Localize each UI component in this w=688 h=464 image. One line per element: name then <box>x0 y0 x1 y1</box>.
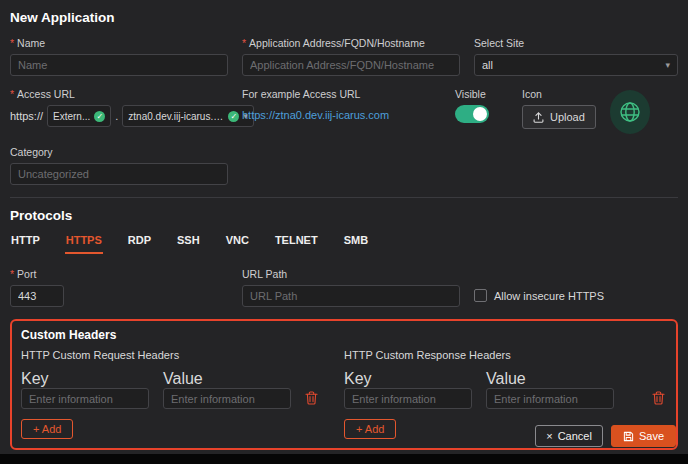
trash-icon <box>305 391 318 405</box>
tab-smb[interactable]: SMB <box>343 232 369 254</box>
request-key-field: Key <box>21 370 149 409</box>
visible-label-text: Visible <box>455 88 486 100</box>
close-icon: × <box>546 430 552 442</box>
access-url-domain-value: ztna0.dev.iij-icarus.com <box>128 111 224 122</box>
upload-icon <box>533 112 544 123</box>
address-label: * Application Address/FQDN/Hostname <box>242 37 460 49</box>
upload-button-label: Upload <box>550 111 585 123</box>
icon-field: Icon Upload <box>522 88 596 129</box>
address-label-text: Application Address/FQDN/Hostname <box>249 37 425 49</box>
url-path-label-text: URL Path <box>242 268 287 280</box>
url-path-label: URL Path <box>242 268 460 280</box>
trash-icon <box>652 391 665 405</box>
port-field: * Port <box>10 268 228 307</box>
access-url-external-value: Extern... <box>53 111 90 122</box>
example-access-url-label: For example Access URL <box>242 88 441 100</box>
request-header-row: Key Value <box>21 370 344 409</box>
port-row: * Port URL Path Allow insecure HTTPS <box>10 268 678 307</box>
form-row-2: * Access URL https:// Extern... ✓ . ztna… <box>10 88 678 134</box>
custom-headers-title: Custom Headers <box>21 328 667 342</box>
globe-icon <box>618 100 642 124</box>
response-key-input[interactable] <box>344 388 472 409</box>
protocols-title: Protocols <box>10 208 678 223</box>
tab-telnet[interactable]: TELNET <box>274 232 319 254</box>
icon-label-text: Icon <box>522 88 542 100</box>
request-value-input[interactable] <box>163 388 291 409</box>
required-mark: * <box>10 37 14 49</box>
delete-response-header-button[interactable] <box>652 391 665 405</box>
access-url-external-select[interactable]: Extern... ✓ <box>47 105 111 127</box>
allow-insecure-https-label: Allow insecure HTTPS <box>494 290 604 302</box>
response-key-label: Key <box>344 370 472 388</box>
visible-label: Visible <box>455 88 508 100</box>
cancel-button[interactable]: × Cancel <box>535 425 603 447</box>
category-field: Category <box>10 146 228 185</box>
access-url-composite: https:// Extern... ✓ . ztna0.dev.iij-ica… <box>10 105 228 127</box>
bottom-bar <box>0 454 688 464</box>
tab-vnc[interactable]: VNC <box>225 232 250 254</box>
response-header-row: Key Value <box>344 370 667 409</box>
allow-insecure-https-checkbox-group[interactable]: Allow insecure HTTPS <box>474 289 604 302</box>
response-value-input[interactable] <box>486 388 614 409</box>
category-label: Category <box>10 146 228 158</box>
site-label: Select Site <box>474 37 678 49</box>
response-headers-title: HTTP Custom Response Headers <box>344 349 667 361</box>
name-field: * Name <box>10 37 228 76</box>
section-divider <box>10 197 678 198</box>
site-select[interactable]: all ▾ <box>474 54 678 76</box>
name-label-text: Name <box>17 37 45 49</box>
protocol-tabs: HTTP HTTPS RDP SSH VNC TELNET SMB <box>10 232 678 254</box>
response-value-label: Value <box>486 370 614 388</box>
upload-button[interactable]: Upload <box>522 105 596 129</box>
request-key-label: Key <box>21 370 149 388</box>
category-input[interactable] <box>10 163 228 185</box>
access-url-prefix: https:// <box>10 110 43 122</box>
required-mark: * <box>10 88 14 100</box>
example-access-url-link[interactable]: https://ztna0.dev.iij-icarus.com <box>242 109 389 121</box>
port-label: * Port <box>10 268 228 280</box>
example-access-url-label-text: For example Access URL <box>242 88 360 100</box>
request-headers-title: HTTP Custom Request Headers <box>21 349 344 361</box>
required-mark: * <box>10 268 14 280</box>
check-icon: ✓ <box>228 111 239 122</box>
application-icon-preview <box>610 90 650 134</box>
tab-rdp[interactable]: RDP <box>127 232 152 254</box>
required-mark: * <box>242 37 246 49</box>
site-label-text: Select Site <box>474 37 524 49</box>
check-icon: ✓ <box>94 111 105 122</box>
add-request-header-button[interactable]: + Add <box>21 419 73 439</box>
footer-actions: × Cancel Save <box>535 425 676 447</box>
tab-ssh[interactable]: SSH <box>176 232 201 254</box>
url-path-input[interactable] <box>242 285 460 307</box>
access-url-label: * Access URL <box>10 88 228 100</box>
form-row-3: Category <box>10 146 678 185</box>
access-url-domain-select[interactable]: ztna0.dev.iij-icarus.com ✓ ▾ <box>122 105 254 127</box>
response-value-field: Value <box>486 370 614 409</box>
request-key-input[interactable] <box>21 388 149 409</box>
checkbox-icon[interactable] <box>474 289 487 302</box>
save-icon <box>623 431 634 442</box>
site-select-value: all <box>482 59 493 71</box>
port-input[interactable] <box>10 285 64 307</box>
tab-http[interactable]: HTTP <box>10 232 41 254</box>
request-value-label: Value <box>163 370 291 388</box>
url-path-field: URL Path <box>242 268 460 307</box>
request-headers-column: HTTP Custom Request Headers Key Value <box>21 349 344 439</box>
new-application-form: New Application * Name * Application Add… <box>0 0 688 464</box>
delete-request-header-button[interactable] <box>305 391 318 405</box>
access-url-dot-separator: . <box>115 110 118 122</box>
toggle-knob <box>473 107 487 121</box>
response-key-field: Key <box>344 370 472 409</box>
add-response-header-button[interactable]: + Add <box>344 419 396 439</box>
name-label: * Name <box>10 37 228 49</box>
save-button[interactable]: Save <box>611 425 676 447</box>
visible-toggle[interactable] <box>455 105 489 123</box>
address-input[interactable] <box>242 54 460 76</box>
visible-field: Visible <box>455 88 508 123</box>
name-input[interactable] <box>10 54 228 76</box>
access-url-field: * Access URL https:// Extern... ✓ . ztna… <box>10 88 228 127</box>
category-label-text: Category <box>10 146 53 158</box>
example-access-url-field: For example Access URL https://ztna0.dev… <box>242 88 441 123</box>
save-button-label: Save <box>639 430 664 442</box>
tab-https[interactable]: HTTPS <box>65 232 103 254</box>
